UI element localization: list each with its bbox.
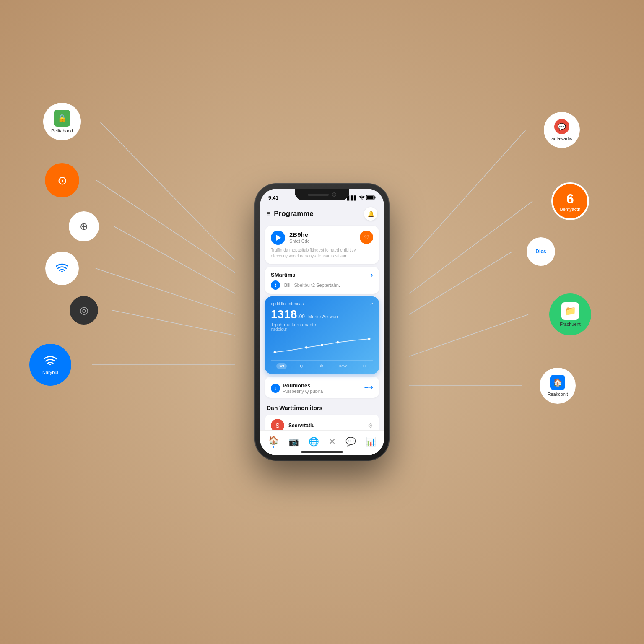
svg-line-0 <box>100 122 235 260</box>
chart-card: opdit lfnt intendas ↗ 1318 .00 Mortsr Ar… <box>265 296 379 374</box>
circle-adlawartis[interactable]: 💬 adlawartis <box>544 112 580 148</box>
camera <box>332 192 336 197</box>
card-subtitle: Snfet Cde <box>289 239 310 244</box>
nav-chat[interactable]: 💬 <box>345 436 356 447</box>
circle-pelitahand[interactable]: 🔒 Pelitahand <box>43 103 81 140</box>
card-title-row: 2B9he Snfet Cde ♡ <box>289 231 373 244</box>
pouhlones-info: ↓ Pouhlones Pulsbetiny Q pubira <box>271 382 323 394</box>
chart-tab-box[interactable]: □ <box>361 363 368 369</box>
svg-line-9 <box>409 314 528 356</box>
svg-point-16 <box>274 351 276 353</box>
globe-icon: ⊕ <box>80 221 88 232</box>
nav-globe[interactable]: 🌐 <box>309 436 319 447</box>
chart-title: Mortsr Arriwan <box>308 314 338 319</box>
small-card-header: SMartims ⟶ <box>271 271 373 279</box>
status-icons: ▋▋▋ <box>347 195 376 201</box>
photos-nav-icon: 📷 <box>288 436 299 447</box>
chat-nav-icon: 💬 <box>345 436 356 447</box>
hamburger-icon[interactable]: ≡ <box>267 210 270 218</box>
svg-rect-15 <box>367 196 374 199</box>
svg-line-1 <box>96 180 235 273</box>
svg-point-20 <box>368 338 371 340</box>
chart-header: opdit lfnt intendas ↗ <box>271 301 373 306</box>
card-title: 2B9he <box>289 231 310 238</box>
list-action-1[interactable]: ⚙ <box>368 422 373 429</box>
close-nav-icon: ✕ <box>329 436 336 447</box>
chart-label: Trpchrme kornamante <box>271 322 373 327</box>
chart-tab-uk[interactable]: Uk <box>316 363 326 369</box>
section-title: Dan Warttimoniitors <box>260 400 384 413</box>
reakconit-label: Reakconit <box>548 392 568 397</box>
twitter-icon: t <box>271 280 280 290</box>
chart-tab-dave[interactable]: Dave <box>336 363 350 369</box>
svg-line-7 <box>409 201 532 293</box>
download-icon: ↓ <box>271 384 280 393</box>
chart-amount: 1318 <box>271 308 297 321</box>
lock-icon: 🔒 <box>54 110 70 127</box>
main-card: 2B9he Snfet Cde ♡ Traifin da mepasitabif… <box>265 226 379 264</box>
nav-home[interactable]: 🏠 <box>268 435 279 448</box>
phone-device: 9:41 ▋▋▋ ≡ Programme <box>255 184 389 460</box>
circle-wifi-blue[interactable]: Narybui <box>29 344 71 386</box>
circle-wifi[interactable] <box>45 252 79 285</box>
search-icon: ⊙ <box>57 174 67 187</box>
small-card-arrow[interactable]: ⟶ <box>364 271 373 279</box>
small-card-title: SMartims <box>271 272 296 278</box>
circle-globe[interactable]: ⊕ <box>69 211 99 242</box>
battery-icon <box>366 195 376 201</box>
circle-narybui-label: Narybui <box>42 370 58 375</box>
pouhlones-card: ↓ Pouhlones Pulsbetiny Q pubira ⟿ <box>265 377 379 398</box>
signal-icon: ▋▋▋ <box>347 196 357 200</box>
small-card-info: t -Bill Sbeitbu t2 Septertahn. <box>271 280 373 290</box>
wifi-icon <box>56 262 68 275</box>
number-6-icon: 6 <box>566 191 574 207</box>
adlawartis-label: adlawartis <box>551 136 572 141</box>
svg-line-4 <box>112 310 235 335</box>
frachuent-label: Frachuent <box>560 322 581 327</box>
pouhlones-action[interactable]: ⟿ <box>364 383 373 391</box>
pouhlones-subtitle: Pulsbetiny Q pubira <box>283 389 323 394</box>
circle-label: Pelitahand <box>51 128 73 133</box>
home-nav-icon: 🏠 <box>268 435 279 445</box>
circle-frachuent[interactable]: 📁 Frachuent <box>549 293 591 335</box>
bell-icon: 🔔 <box>367 210 374 217</box>
chart-amount-sub: .00 <box>298 314 305 319</box>
play-triangle-icon <box>276 235 281 241</box>
card-badge[interactable]: ♡ <box>360 231 373 244</box>
nav-close[interactable]: ✕ <box>329 436 336 447</box>
folder-icon: 📁 <box>561 302 579 320</box>
chart-tab-sot[interactable]: Sot <box>276 363 287 369</box>
card-text: 2B9he Snfet Cde ♡ <box>289 231 373 244</box>
notification-bell[interactable]: 🔔 <box>364 207 377 221</box>
circle-orange-search[interactable]: ⊙ <box>45 163 79 197</box>
svg-line-8 <box>409 252 512 314</box>
header-left: ≡ Programme <box>267 210 314 218</box>
home-icon: 🏠 <box>550 375 565 390</box>
circle-bemyacth[interactable]: 6 Bemyacth <box>551 182 589 220</box>
nav-data[interactable]: 📊 <box>366 436 376 447</box>
chart-sublabel: nadolqur <box>271 327 373 332</box>
pouhlones-title: Pouhlones <box>283 382 323 389</box>
home-indicator <box>301 451 343 453</box>
circle-dark-target[interactable]: ◎ <box>70 296 98 325</box>
list-text-1: Seervrtatlu <box>288 423 364 428</box>
chat-icon: 💬 <box>554 119 569 134</box>
target-icon: ◎ <box>80 304 88 316</box>
svg-point-18 <box>321 344 323 346</box>
globe-nav-icon: 🌐 <box>309 436 319 447</box>
dics-label: Dics <box>535 249 546 254</box>
phone-frame: 9:41 ▋▋▋ ≡ Programme <box>255 184 389 460</box>
circle-dics[interactable]: Dics <box>527 237 555 266</box>
phone-screen: 9:41 ▋▋▋ ≡ Programme <box>260 189 384 455</box>
chart-tab-q[interactable]: Q <box>297 363 305 369</box>
svg-line-3 <box>96 268 235 314</box>
nav-photos[interactable]: 📷 <box>288 436 299 447</box>
card-main-content: 2B9he Snfet Cde ♡ <box>271 231 373 245</box>
play-button[interactable] <box>271 231 285 245</box>
chart-amount-row: 1318 .00 Mortsr Arriwan <box>271 308 373 321</box>
svg-point-11 <box>61 271 63 272</box>
list-title-1: Seervrtatlu <box>288 423 364 428</box>
wifi-status-icon <box>359 195 365 200</box>
circle-reakconit[interactable]: 🏠 Reakconit <box>540 368 576 404</box>
svg-point-17 <box>305 346 308 349</box>
